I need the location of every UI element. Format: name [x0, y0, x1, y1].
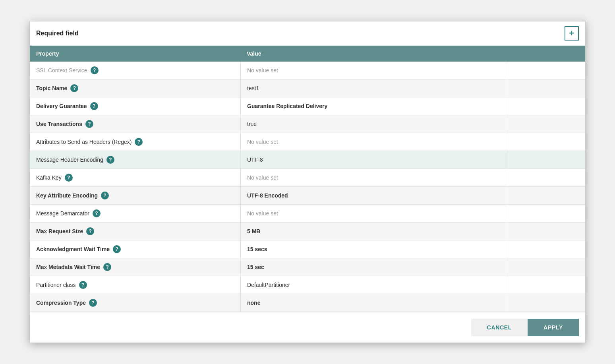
property-name: Delivery Guarantee — [36, 103, 87, 109]
property-cell: SSL Context Service? — [30, 62, 240, 79]
add-button[interactable]: + — [565, 26, 579, 41]
table-row[interactable]: Use Transactions?true — [30, 115, 585, 133]
table-row[interactable]: Key Attribute Encoding?UTF-8 Encoded — [30, 187, 585, 205]
property-name: Message Header Encoding — [36, 157, 103, 163]
value-cell[interactable]: 15 secs — [240, 240, 506, 258]
table-row[interactable]: Topic Name?test1 — [30, 79, 585, 97]
info-icon[interactable]: ? — [86, 227, 94, 235]
property-cell: Message Demarcator? — [30, 205, 240, 222]
table-row[interactable]: Delivery Guarantee?Guarantee Replicated … — [30, 97, 585, 115]
property-cell: Compression Type? — [30, 294, 240, 312]
info-icon[interactable]: ? — [106, 156, 114, 164]
info-icon[interactable]: ? — [101, 192, 109, 199]
actions-cell — [506, 62, 585, 79]
property-cell: Topic Name? — [30, 79, 240, 97]
actions-cell — [506, 133, 585, 151]
info-icon[interactable]: ? — [93, 209, 101, 217]
property-cell: Message Header Encoding? — [30, 151, 240, 168]
column-header-value: Value — [240, 46, 506, 62]
value-cell[interactable]: No value set — [240, 169, 506, 186]
info-icon[interactable]: ? — [85, 120, 93, 128]
value-cell[interactable]: test1 — [240, 79, 506, 97]
property-name: Topic Name — [36, 85, 67, 91]
property-cell: Use Transactions? — [30, 115, 240, 133]
actions-cell — [506, 97, 585, 115]
property-name: SSL Context Service — [36, 67, 87, 74]
actions-cell — [506, 205, 585, 222]
value-cell[interactable]: 5 MB — [240, 223, 506, 240]
property-name: Acknowledgment Wait Time — [36, 246, 110, 252]
column-header-actions — [506, 46, 585, 62]
table-body: SSL Context Service?No value setTopic Na… — [30, 62, 585, 312]
table-row[interactable]: Message Demarcator?No value set — [30, 205, 585, 223]
table-row[interactable]: Max Request Size?5 MB — [30, 223, 585, 240]
property-cell: Attributes to Send as Headers (Regex)? — [30, 133, 240, 151]
value-cell[interactable]: Guarantee Replicated Delivery — [240, 97, 506, 115]
property-cell: Acknowledgment Wait Time? — [30, 240, 240, 258]
table-row[interactable]: Message Header Encoding?UTF-8 — [30, 151, 585, 169]
actions-cell — [506, 294, 585, 312]
value-cell[interactable]: UTF-8 Encoded — [240, 187, 506, 204]
value-cell[interactable]: 15 sec — [240, 258, 506, 276]
value-cell[interactable]: true — [240, 115, 506, 133]
info-icon[interactable]: ? — [91, 66, 99, 74]
info-icon[interactable]: ? — [113, 245, 121, 253]
property-cell: Max Request Size? — [30, 223, 240, 240]
table-row[interactable]: Compression Type?none — [30, 294, 585, 312]
apply-button[interactable]: APPLY — [528, 319, 579, 336]
dialog-footer: CANCEL APPLY — [30, 312, 585, 343]
property-name: Message Demarcator — [36, 210, 89, 217]
table-row[interactable]: SSL Context Service?No value set — [30, 62, 585, 79]
actions-cell — [506, 240, 585, 258]
property-cell: Kafka Key? — [30, 169, 240, 186]
actions-cell — [506, 223, 585, 240]
info-icon[interactable]: ? — [135, 138, 143, 146]
actions-cell — [506, 151, 585, 168]
info-icon[interactable]: ? — [103, 263, 111, 271]
info-icon[interactable]: ? — [90, 102, 98, 110]
property-name: Attributes to Send as Headers (Regex) — [36, 139, 132, 145]
table-row[interactable]: Attributes to Send as Headers (Regex)?No… — [30, 133, 585, 151]
actions-cell — [506, 187, 585, 204]
table-row[interactable]: Kafka Key?No value set — [30, 169, 585, 187]
column-header-property: Property — [30, 46, 240, 62]
actions-cell — [506, 169, 585, 186]
actions-cell — [506, 79, 585, 97]
property-name: Kafka Key — [36, 174, 62, 181]
table-row[interactable]: Acknowledgment Wait Time?15 secs — [30, 240, 585, 258]
actions-cell — [506, 276, 585, 294]
info-icon[interactable]: ? — [70, 84, 78, 92]
info-icon[interactable]: ? — [89, 299, 97, 307]
value-cell[interactable]: DefaultPartitioner — [240, 276, 506, 294]
actions-cell — [506, 258, 585, 276]
dialog-header: Required field + — [30, 21, 585, 46]
property-name: Key Attribute Encoding — [36, 192, 98, 199]
property-name: Use Transactions — [36, 121, 82, 127]
properties-dialog: Required field + Property Value SSL Cont… — [29, 21, 586, 343]
dialog-title: Required field — [36, 30, 79, 37]
actions-cell — [506, 115, 585, 133]
property-name: Compression Type — [36, 300, 86, 306]
property-name: Max Request Size — [36, 228, 83, 234]
properties-table: Property Value SSL Context Service?No va… — [30, 46, 585, 312]
value-cell[interactable]: UTF-8 — [240, 151, 506, 168]
property-cell: Max Metadata Wait Time? — [30, 258, 240, 276]
property-name: Max Metadata Wait Time — [36, 264, 100, 270]
property-name: Partitioner class — [36, 282, 76, 288]
table-header: Property Value — [30, 46, 585, 62]
property-cell: Partitioner class? — [30, 276, 240, 294]
info-icon[interactable]: ? — [65, 174, 73, 182]
value-cell[interactable]: No value set — [240, 62, 506, 79]
value-cell[interactable]: none — [240, 294, 506, 312]
property-cell: Delivery Guarantee? — [30, 97, 240, 115]
info-icon[interactable]: ? — [79, 281, 87, 289]
table-row[interactable]: Max Metadata Wait Time?15 sec — [30, 258, 585, 276]
cancel-button[interactable]: CANCEL — [471, 319, 528, 336]
table-row[interactable]: Partitioner class?DefaultPartitioner — [30, 276, 585, 294]
value-cell[interactable]: No value set — [240, 133, 506, 151]
value-cell[interactable]: No value set — [240, 205, 506, 222]
property-cell: Key Attribute Encoding? — [30, 187, 240, 204]
